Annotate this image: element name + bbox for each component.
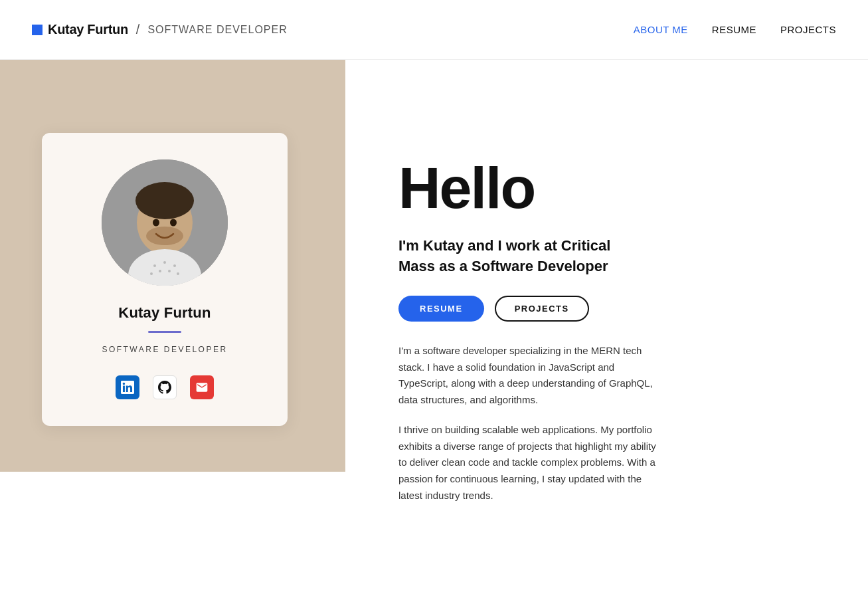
- svg-point-9: [153, 264, 156, 267]
- card-role: SOFTWARE DEVELOPER: [102, 345, 227, 354]
- svg-point-17: [170, 219, 177, 227]
- svg-point-16: [153, 219, 159, 227]
- intro-subtitle: I'm Kutay and I work at Critical Mass as…: [398, 236, 651, 277]
- linkedin-icon: [121, 381, 134, 394]
- profile-card: Kutay Furtun SOFTWARE DEVELOPER: [42, 133, 288, 426]
- linkedin-button[interactable]: [116, 375, 139, 399]
- svg-point-14: [168, 270, 171, 272]
- avatar-image: [102, 159, 228, 286]
- nav: ABOUT ME RESUME PROJECTS: [634, 24, 836, 35]
- logo-separator: /: [136, 22, 140, 37]
- svg-point-5: [135, 182, 194, 219]
- bio-paragraph-2: I thrive on building scalable web applic…: [398, 422, 657, 504]
- projects-button[interactable]: PROJECTS: [495, 296, 589, 322]
- left-panel: Kutay Furtun SOFTWARE DEVELOPER: [0, 60, 345, 590]
- svg-point-11: [173, 264, 176, 267]
- bio-paragraph-1: I'm a software developer specializing in…: [398, 343, 657, 409]
- logo-role: SOFTWARE DEVELOPER: [147, 24, 287, 36]
- cta-buttons: RESUME PROJECTS: [398, 296, 815, 322]
- logo-name: Kutay Furtun: [48, 22, 128, 37]
- card-wrapper: Kutay Furtun SOFTWARE DEVELOPER: [42, 133, 288, 426]
- github-icon: [158, 381, 171, 394]
- nav-projects[interactable]: PROJECTS: [780, 24, 836, 35]
- svg-point-6: [146, 227, 183, 245]
- social-icons: [116, 375, 214, 399]
- svg-point-10: [163, 261, 166, 264]
- header: Kutay Furtun / SOFTWARE DEVELOPER ABOUT …: [0, 0, 868, 60]
- resume-button[interactable]: RESUME: [398, 296, 484, 322]
- hello-title: Hello: [398, 159, 815, 217]
- svg-point-13: [159, 270, 161, 272]
- card-divider: [148, 331, 181, 333]
- logo-area: Kutay Furtun / SOFTWARE DEVELOPER: [32, 22, 288, 37]
- nav-about[interactable]: ABOUT ME: [634, 24, 688, 35]
- avatar: [102, 159, 228, 286]
- email-button[interactable]: [190, 375, 214, 399]
- github-button[interactable]: [153, 375, 177, 399]
- card-name: Kutay Furtun: [118, 304, 211, 322]
- svg-point-15: [177, 272, 179, 275]
- svg-point-12: [150, 272, 153, 275]
- right-panel: Hello I'm Kutay and I work at Critical M…: [345, 60, 868, 590]
- nav-resume[interactable]: RESUME: [712, 24, 756, 35]
- email-icon: [195, 381, 209, 394]
- main: Kutay Furtun SOFTWARE DEVELOPER: [0, 60, 868, 590]
- logo-square-icon: [32, 25, 43, 35]
